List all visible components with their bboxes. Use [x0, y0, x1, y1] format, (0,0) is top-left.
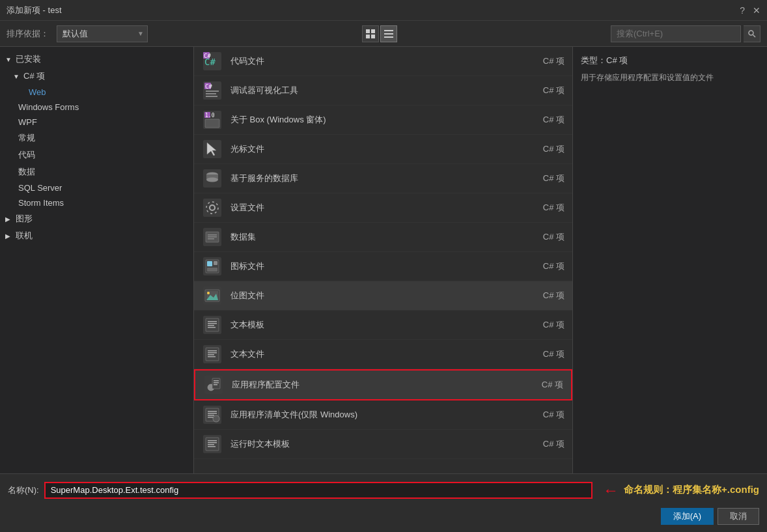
svg-point-71: [213, 415, 219, 422]
table-row[interactable]: 文本模板 C# 项: [194, 311, 572, 340]
table-row[interactable]: C# C# 代码文件 C# 项: [194, 47, 572, 76]
sidebar-item-code[interactable]: 代码: [0, 147, 193, 163]
item-name: 图标文件: [230, 260, 518, 272]
svg-rect-5: [384, 33, 393, 35]
sort-value: 默认值: [63, 28, 88, 40]
item-name: 关于 Box (Windows 窗体): [230, 114, 518, 126]
table-row[interactable]: 应用程序清单文件(仅限 Windows) C# 项: [194, 400, 572, 430]
sidebar-graphics-header[interactable]: ▶ 图形: [0, 210, 193, 227]
svg-rect-18: [206, 96, 217, 97]
item-type: C# 项: [525, 438, 565, 450]
svg-rect-51: [208, 325, 214, 326]
table-row[interactable]: C# 调试器可视化工具 C# 项: [194, 76, 572, 105]
dialog: 排序依据： 默认值 ▼: [0, 21, 767, 532]
item-icon-texttemplate: [202, 315, 223, 335]
search-icon-btn[interactable]: [744, 25, 760, 42]
svg-rect-3: [371, 35, 375, 38]
svg-text:C#: C#: [204, 53, 211, 59]
name-input[interactable]: [44, 482, 593, 499]
web-label: Web: [29, 87, 46, 97]
item-type: C# 项: [525, 173, 565, 184]
item-type: C# 项: [525, 143, 565, 155]
table-row[interactable]: 文本文件 C# 项: [194, 340, 572, 369]
table-row[interactable]: 位图文件 C# 项: [194, 281, 572, 311]
table-row[interactable]: 运行时文本模板 C# 项: [194, 430, 572, 459]
add-button[interactable]: 添加(A): [661, 508, 714, 525]
online-label: 联机: [16, 230, 33, 242]
sort-dropdown-wrapper: 默认值 ▼: [57, 25, 148, 42]
grid-view-btn[interactable]: [362, 25, 379, 42]
sidebar-item-storm[interactable]: Storm Items: [0, 195, 193, 210]
csharp-arrow: ▼: [13, 73, 21, 80]
item-icon-settings: [202, 197, 223, 218]
cancel-button[interactable]: 取消: [718, 508, 759, 525]
table-row[interactable]: 数据集 C# 项: [194, 223, 572, 252]
item-type: C# 项: [525, 231, 565, 243]
svg-rect-64: [214, 384, 217, 385]
item-type: C# 项: [524, 379, 563, 391]
svg-rect-55: [208, 350, 217, 352]
help-button[interactable]: ?: [740, 5, 745, 16]
svg-rect-63: [214, 382, 219, 384]
search-input[interactable]: [611, 25, 741, 42]
svg-rect-74: [208, 440, 217, 441]
svg-rect-16: [206, 91, 219, 92]
svg-rect-56: [208, 352, 217, 354]
item-name: 代码文件: [230, 55, 518, 67]
info-panel: 类型：C# 项 用于存储应用程序配置和设置值的文件: [573, 47, 767, 473]
item-icon-manifest: [202, 404, 223, 425]
info-description: 用于存储应用程序配置和设置值的文件: [581, 72, 759, 83]
svg-point-45: [207, 292, 210, 294]
svg-rect-29: [203, 199, 221, 217]
item-type: C# 项: [525, 409, 565, 421]
item-icon-database: [202, 168, 223, 189]
svg-rect-0: [366, 29, 370, 33]
sidebar-item-wpf[interactable]: WPF: [0, 115, 193, 130]
sidebar-online-header[interactable]: ▶ 联机: [0, 227, 193, 244]
table-row-appconfig[interactable]: 应用程序配置文件 C# 项: [194, 369, 572, 400]
svg-rect-17: [206, 93, 216, 94]
item-icon-textfile: [202, 344, 223, 365]
svg-rect-58: [208, 356, 216, 357]
graphics-label: 图形: [16, 213, 33, 225]
svg-rect-62: [214, 380, 219, 382]
list-view-btn[interactable]: [380, 25, 397, 42]
svg-rect-6: [384, 36, 393, 38]
sidebar-item-data[interactable]: 数据: [0, 163, 193, 180]
table-row[interactable]: 1.0 关于 Box (Windows 窗体) C# 项: [194, 105, 572, 135]
table-row[interactable]: 光标文件 C# 项: [194, 135, 572, 164]
item-name: 文本文件: [230, 348, 518, 360]
close-button[interactable]: ✕: [753, 5, 760, 16]
sidebar-item-winforms[interactable]: Windows Forms: [0, 100, 193, 115]
svg-rect-34: [208, 234, 217, 236]
item-name: 调试器可视化工具: [230, 85, 518, 96]
wpf-label: WPF: [18, 117, 37, 127]
sidebar-installed-header[interactable]: ▼ 已安装: [0, 51, 193, 68]
title-bar-title: 添加新项 - test: [7, 5, 62, 16]
svg-text:C#: C#: [205, 83, 212, 90]
table-row[interactable]: 图标文件 C# 项: [194, 252, 572, 281]
title-bar: 添加新项 - test ? ✕: [0, 0, 767, 21]
item-icon-code: C# C#: [202, 51, 223, 72]
table-row[interactable]: 设置文件 C# 项: [194, 193, 572, 223]
svg-point-7: [749, 31, 753, 35]
item-name: 应用程序配置文件: [232, 379, 516, 391]
title-bar-controls: ? ✕: [740, 0, 760, 21]
item-icon-dataset: [202, 227, 223, 247]
sidebar-item-web[interactable]: Web: [0, 85, 193, 100]
item-name: 文本模板: [230, 319, 518, 331]
table-row[interactable]: 基于服务的数据库 C# 项: [194, 164, 572, 193]
toolbar: 排序依据： 默认值 ▼: [0, 21, 767, 47]
item-list: C# C# 代码文件 C# 项 C#: [194, 47, 573, 473]
item-icon-iconfile: [202, 256, 223, 277]
sidebar-item-sqlserver[interactable]: SQL Server: [0, 180, 193, 195]
item-name: 设置文件: [230, 202, 518, 214]
item-type: C# 项: [525, 290, 565, 301]
svg-rect-22: [205, 119, 219, 128]
svg-rect-75: [208, 442, 217, 443]
sort-dropdown[interactable]: 默认值: [57, 25, 148, 42]
sidebar-item-general[interactable]: 常规: [0, 130, 193, 147]
item-name: 应用程序清单文件(仅限 Windows): [230, 409, 518, 421]
item-type: C# 项: [525, 202, 565, 214]
sidebar-csharp-header[interactable]: ▼ C# 项: [0, 68, 193, 85]
